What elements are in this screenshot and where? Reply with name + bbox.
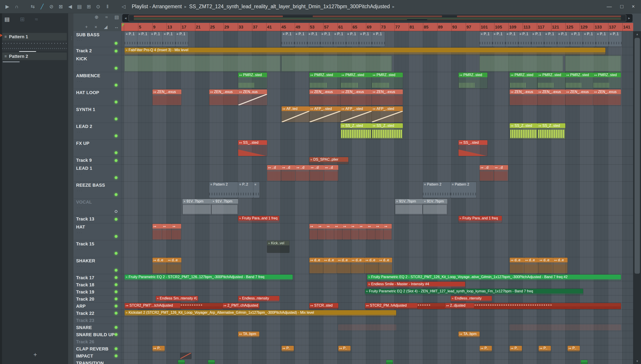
clip[interactable]: ≡P..1 [596, 32, 609, 46]
track-header[interactable]: Track 20 [74, 296, 121, 302]
clip[interactable]: ↦SS_..sted [458, 140, 488, 156]
clip[interactable]: ↦d..e [538, 258, 553, 274]
clip[interactable]: ↦..d [480, 165, 494, 181]
clip[interactable]: ↦ [162, 224, 172, 240]
clip[interactable]: ↦d..e [553, 258, 568, 274]
clip[interactable]: ≡P..1 [372, 32, 385, 46]
clip[interactable]: ×91V..7bpm [423, 199, 447, 215]
wave-icon[interactable]: ≈ [35, 16, 38, 22]
track-mute-led[interactable] [114, 100, 118, 104]
clip[interactable]: ↦d..e [167, 258, 182, 274]
panel-divider[interactable] [68, 13, 74, 364]
clip[interactable]: ↦P.. [338, 346, 350, 352]
clip[interactable]: ≡P..1 [333, 32, 346, 46]
grid-icon[interactable]: ⊞ [20, 16, 25, 22]
clip[interactable]: ↦ [342, 224, 350, 240]
slide-icon[interactable]: ≈ [105, 14, 108, 20]
clip[interactable] [480, 56, 563, 72]
track-lane[interactable]: ≈Kickstart 2 (STCR2_PMT_126_Kit_Loop_Voy… [121, 310, 633, 317]
track-header[interactable]: Track 2 [74, 47, 121, 55]
scroll-down-icon[interactable]: ▾ [634, 359, 641, 363]
clip[interactable]: ≡P..1 [544, 32, 557, 46]
track-mute-led[interactable] [114, 42, 118, 45]
draw-tool-icon[interactable]: ╱ [38, 2, 47, 11]
clip[interactable]: ↦P.. [282, 346, 294, 352]
track-mute-led[interactable] [114, 210, 118, 213]
clip[interactable]: ↦ZEN_..exus [372, 90, 403, 105]
track-lane[interactable] [121, 338, 633, 345]
track-header[interactable]: HAT LOOP··· [74, 89, 121, 106]
track-mute-led[interactable] [114, 176, 118, 179]
cut-icon[interactable]: × [94, 24, 97, 30]
track-header[interactable]: Track 22 [74, 310, 121, 317]
track-mute-led[interactable] [114, 235, 118, 238]
clip[interactable]: ↦PMRZ..sted [372, 72, 403, 88]
clip[interactable]: ≡P..1 [150, 32, 163, 46]
clip[interactable]: ↦ [318, 224, 326, 240]
track-mute-led[interactable] [114, 50, 118, 52]
clip[interactable]: ↦SS_Z..sted [372, 123, 403, 139]
track-lane[interactable]: ≡P..1≡P..1≡P..1≡P..1≡P..1≡P..1≡P..1≡P..1… [121, 31, 633, 47]
clip[interactable]: ≈DS_SPAC..plier [309, 157, 348, 164]
clip[interactable]: ≡P..1 [609, 32, 622, 46]
clip[interactable]: ≈Fruity Parametric EQ 2 - STCR2_PMT_126.… [125, 274, 293, 280]
clip[interactable]: ↦ZEN_..exus [340, 90, 372, 105]
track-header[interactable]: LEAD 1··· [74, 165, 121, 182]
track-lane[interactable]: ↦SS_..sted↦SS_..sted [121, 140, 633, 157]
clip[interactable]: ↦PMRZ..sted [565, 72, 593, 88]
clip[interactable]: ≈Endless..ntensity [451, 296, 492, 302]
piano-roll-icon[interactable]: ▤ [114, 14, 119, 20]
track-mute-led[interactable] [114, 298, 118, 300]
clip[interactable]: ↦..d [267, 165, 281, 181]
track-lane[interactable]: ↦TA..bpm↦TA..bpm [121, 331, 633, 338]
track-header[interactable]: AMBIENCE··· [74, 72, 121, 89]
clip[interactable]: ≈Kickstart 2 (STCR2_PMT_126_Kit_Loop_Voy… [125, 310, 396, 316]
track-mute-led[interactable] [114, 151, 118, 154]
clip[interactable]: ↦d..e [337, 258, 351, 274]
track-mute-led[interactable] [114, 67, 118, 70]
clip[interactable]: ↦d..e [524, 258, 538, 274]
zoom-frame-icon[interactable]: ⊞ [84, 2, 94, 11]
track-header[interactable]: TRANSITION [74, 360, 121, 364]
clip[interactable]: ↦d..e [510, 258, 524, 274]
clip[interactable]: ×91V..7bpm [395, 199, 423, 215]
track-mute-led[interactable] [114, 326, 118, 329]
close-button[interactable]: × [632, 4, 635, 10]
track-header[interactable]: SNARE [74, 324, 121, 331]
track-header[interactable]: IMPACT [74, 352, 121, 360]
slope-icon[interactable]: ◢ [104, 24, 108, 30]
clip[interactable]: ↦PMRZ..sted [340, 72, 372, 88]
track-header[interactable]: SYNTH 1··· [74, 106, 121, 123]
track-lane[interactable]: ≈Endless Sm..ntensity #2≈Endless..ntensi… [121, 296, 633, 302]
clip[interactable]: ↦AF..ted [282, 106, 309, 122]
clip[interactable]: ↦..d [324, 165, 338, 181]
clip[interactable]: ↦STCR..sted [309, 303, 338, 309]
clip[interactable]: ↦PMRZ..sted [510, 72, 538, 88]
clip[interactable]: ↦ZEN_..exus [593, 90, 621, 105]
stretch-icon[interactable]: ↔ [114, 24, 119, 30]
clip[interactable]: ↦d..e [323, 258, 337, 274]
clip[interactable]: ↦ [367, 224, 375, 240]
clip[interactable]: ↦SS_Z..sted [538, 123, 565, 139]
clip[interactable]: ≡P..1 [506, 32, 518, 46]
clip[interactable]: ↦2..djusted [445, 303, 474, 309]
magnifier-icon[interactable]: ⊙ [94, 2, 103, 11]
clip[interactable]: ≈Fruity Parametric EQ 2 - STCR2_PMT_126_… [367, 274, 621, 280]
clip[interactable]: ↦TA..bpm [238, 332, 259, 338]
clip[interactable]: ≈Endless Smile - Master - Intensity #4 [367, 282, 465, 288]
clip[interactable]: ↦ [375, 224, 384, 240]
clip[interactable]: ▸▸▸▸▸▸ [417, 303, 445, 309]
clip[interactable]: ≈Kick..vel [267, 241, 289, 253]
clip[interactable]: ≡P..1 [557, 32, 570, 46]
clip[interactable]: ↦ZEN..xus [238, 90, 267, 105]
track-lane[interactable]: ≈Fruity Parametric EQ 2 - STCR2_PMT_126.… [121, 274, 633, 281]
track-mute-led[interactable] [114, 283, 118, 286]
track-lane[interactable]: ↦d..e↦d..e↦d..e↦d..e↦d..e↦d..e↦d..e↦d..e… [121, 257, 633, 274]
clip[interactable]: ≡P..1 [346, 32, 359, 46]
slip-tool-icon[interactable]: ⇆ [28, 2, 38, 11]
pattern-1-preview[interactable] [2, 40, 67, 51]
track-mute-led[interactable] [114, 84, 118, 86]
meter-icon[interactable]: ‖ [103, 2, 112, 11]
track-lane[interactable] [121, 324, 633, 331]
track-lane[interactable]: ↦↦↦↦↦↦↦↦↦↦↦↦↦ [121, 224, 633, 240]
